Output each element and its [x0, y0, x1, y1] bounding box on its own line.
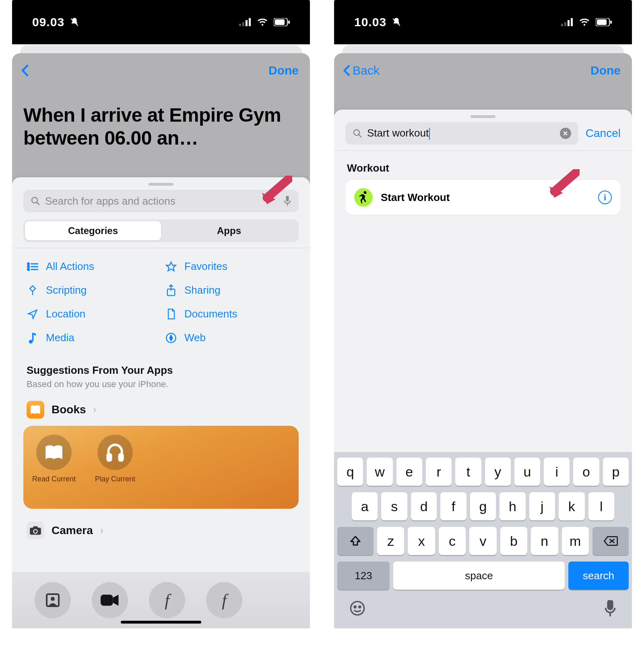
- automation-title: When I arrive at Empire Gym between 06.0…: [12, 88, 310, 167]
- key-k[interactable]: k: [559, 492, 584, 520]
- shift-key[interactable]: [337, 527, 374, 555]
- location-icon: [27, 308, 39, 320]
- workout-icon: [354, 188, 373, 207]
- phone-left: 09.03 Done When I arrive at Empire Gym b…: [12, 0, 310, 628]
- status-bar: 10.03: [334, 0, 632, 44]
- svg-rect-32: [101, 595, 113, 606]
- sheet-grabber[interactable]: [149, 183, 173, 186]
- key-o[interactable]: o: [573, 458, 599, 486]
- dictation-key[interactable]: [604, 600, 617, 617]
- mic-icon[interactable]: [283, 196, 291, 206]
- key-m[interactable]: m: [562, 527, 589, 555]
- back-button[interactable]: Back: [338, 64, 380, 77]
- key-q[interactable]: q: [337, 458, 363, 486]
- cellular-icon: [239, 18, 251, 26]
- tab-apps[interactable]: Apps: [161, 221, 297, 240]
- search-text[interactable]: Start workout: [367, 127, 430, 140]
- chevron-right-icon: ›: [93, 404, 97, 415]
- cat-media[interactable]: Media: [27, 332, 157, 344]
- back-button[interactable]: [16, 64, 29, 77]
- cat-favorites[interactable]: Favorites: [165, 260, 295, 273]
- cat-sharing[interactable]: Sharing: [165, 284, 295, 296]
- svg-point-42: [364, 191, 367, 194]
- key-p[interactable]: p: [603, 458, 629, 486]
- space-key[interactable]: space: [393, 562, 565, 590]
- key-i[interactable]: i: [544, 458, 570, 486]
- svg-point-46: [354, 606, 356, 608]
- svg-point-31: [51, 597, 55, 601]
- key-n[interactable]: n: [531, 527, 558, 555]
- key-b[interactable]: b: [500, 527, 527, 555]
- key-j[interactable]: j: [529, 492, 555, 520]
- svg-rect-9: [286, 196, 289, 201]
- suggestions-subtitle: Based on how you use your iPhone.: [12, 377, 310, 397]
- cat-scripting[interactable]: Scripting: [27, 284, 157, 296]
- app-row-books[interactable]: Books ›: [12, 397, 310, 423]
- search-icon: [353, 128, 362, 138]
- home-indicator[interactable]: [121, 621, 201, 624]
- key-y[interactable]: y: [485, 458, 511, 486]
- key-g[interactable]: g: [470, 492, 496, 520]
- clear-button[interactable]: ✕: [560, 128, 571, 139]
- key-l[interactable]: l: [588, 492, 614, 520]
- books-action-play[interactable]: Play Current: [95, 435, 135, 483]
- info-button[interactable]: i: [598, 191, 612, 204]
- dock-btn-4[interactable]: f: [206, 582, 242, 618]
- delete-key[interactable]: [592, 527, 629, 555]
- app-row-camera[interactable]: Camera ›: [12, 518, 310, 543]
- key-r[interactable]: r: [426, 458, 452, 486]
- key-w[interactable]: w: [367, 458, 392, 486]
- key-u[interactable]: u: [514, 458, 540, 486]
- battery-icon: [596, 18, 612, 26]
- dock-btn-1[interactable]: [35, 582, 71, 618]
- keyboard[interactable]: qwertyuiop asdfghjkl zxcvbnm 123 space s…: [334, 452, 632, 628]
- emoji-key[interactable]: [349, 600, 365, 616]
- books-action-read[interactable]: Read Current: [32, 435, 76, 483]
- svg-rect-1: [242, 22, 244, 26]
- modal-card: Back Done Start workout ✕ Cancel: [334, 53, 632, 628]
- mute-icon: [391, 17, 402, 27]
- wifi-icon: [579, 18, 590, 27]
- result-start-workout[interactable]: Start Workout i: [345, 180, 621, 215]
- svg-point-45: [351, 601, 364, 615]
- cellular-icon: [561, 18, 573, 26]
- dock-btn-3[interactable]: f: [149, 582, 185, 618]
- dock-btn-2[interactable]: [92, 582, 128, 618]
- search-bar[interactable]: Start workout ✕: [345, 122, 578, 145]
- cat-all-actions[interactable]: All Actions: [27, 260, 157, 273]
- svg-point-29: [34, 530, 37, 533]
- key-e[interactable]: e: [396, 458, 422, 486]
- key-x[interactable]: x: [408, 527, 435, 555]
- mute-icon: [69, 17, 80, 27]
- key-a[interactable]: a: [352, 492, 378, 520]
- scripting-icon: [27, 284, 39, 296]
- search-input[interactable]: [45, 195, 279, 207]
- cat-web[interactable]: Web: [165, 332, 295, 344]
- key-t[interactable]: t: [455, 458, 481, 486]
- numbers-key[interactable]: 123: [337, 562, 390, 590]
- key-z[interactable]: z: [377, 527, 404, 555]
- svg-rect-2: [246, 20, 248, 26]
- key-d[interactable]: d: [411, 492, 437, 520]
- search-key[interactable]: search: [568, 562, 629, 590]
- search-bar[interactable]: [23, 190, 299, 212]
- done-button[interactable]: Done: [590, 64, 621, 77]
- key-s[interactable]: s: [381, 492, 407, 520]
- key-v[interactable]: v: [469, 527, 496, 555]
- modal-card: Done When I arrive at Empire Gym between…: [12, 53, 310, 628]
- svg-point-11: [27, 263, 29, 265]
- done-button[interactable]: Done: [268, 64, 299, 77]
- key-c[interactable]: c: [439, 527, 466, 555]
- wifi-icon: [257, 18, 268, 27]
- tab-categories[interactable]: Categories: [25, 221, 161, 240]
- cat-documents[interactable]: Documents: [165, 308, 295, 320]
- sheet-grabber[interactable]: [471, 115, 495, 118]
- books-icon: [27, 401, 44, 419]
- key-h[interactable]: h: [500, 492, 525, 520]
- chevron-right-icon: ›: [100, 525, 103, 536]
- segmented-control[interactable]: Categories Apps: [23, 220, 299, 242]
- key-f[interactable]: f: [440, 492, 466, 520]
- cancel-button[interactable]: Cancel: [586, 127, 621, 140]
- status-bar: 09.03: [12, 0, 310, 44]
- cat-location[interactable]: Location: [27, 308, 157, 320]
